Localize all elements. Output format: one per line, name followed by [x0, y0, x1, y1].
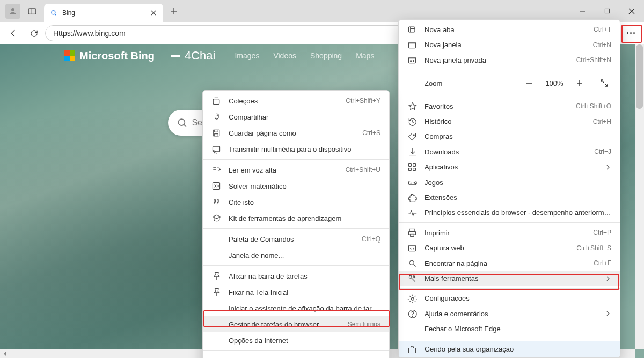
- menu-shortcut: Ctrl+Shift+Y: [346, 97, 380, 105]
- menu-item[interactable]: Opções da Internet: [203, 332, 389, 348]
- ext-icon: [407, 193, 417, 203]
- menu-item[interactable]: Gestor de tarefas do browserSem turnos: [203, 316, 389, 332]
- minimize-button[interactable]: [570, 0, 595, 22]
- menu-shortcut: Sem turnos: [348, 320, 380, 328]
- bing-search-box[interactable]: Se: [168, 110, 202, 136]
- menu-item[interactable]: Iniciar o assistente de afixação da barr…: [203, 300, 389, 316]
- menu-item[interactable]: Encontrar na páginaCtrl+F: [399, 256, 620, 271]
- svg-point-23: [413, 61, 414, 62]
- bing-logo[interactable]: Microsoft Bing: [64, 50, 155, 62]
- new-tab-button[interactable]: [166, 4, 181, 19]
- menu-item[interactable]: DownloadsCtrl+J: [399, 144, 620, 159]
- zoom-out-button[interactable]: [522, 76, 536, 90]
- menu-item[interactable]: HistóricoCtrl+H: [399, 114, 620, 129]
- menu-label: Extensões: [425, 193, 611, 202]
- menu-item[interactable]: Princípios essenciais do browser - desem…: [399, 205, 620, 220]
- settings-and-more-button[interactable]: [621, 25, 640, 41]
- tab-close-icon[interactable]: [149, 9, 158, 17]
- menu-label: Transmitir multimédia para o dispositivo: [229, 145, 380, 153]
- newtab-icon: [407, 25, 417, 34]
- menu-label: Opções da Internet: [229, 337, 380, 345]
- save-icon: [211, 128, 221, 138]
- menu-item[interactable]: Paleta de ComandosCtrl+Q: [203, 231, 389, 247]
- menu-item[interactable]: Captura webCtrl+Shift+S: [399, 241, 620, 256]
- svg-rect-49: [213, 99, 219, 105]
- scrollbar-thumb[interactable]: [636, 44, 643, 109]
- menu-label: Princípios essenciais do browser - desem…: [425, 208, 611, 217]
- menu-item[interactable]: Extensões: [399, 190, 620, 205]
- svg-rect-31: [408, 168, 411, 170]
- bing-nav-link[interactable]: Images: [235, 51, 259, 60]
- menu-item[interactable]: Mais ferramentas: [399, 271, 620, 286]
- menu-shortcut: Ctrl+Shift+O: [576, 102, 611, 110]
- menu-label: Nova aba: [425, 26, 586, 34]
- learning-icon: [211, 213, 221, 223]
- menu-item[interactable]: Jogos: [399, 175, 620, 190]
- menu-item[interactable]: Kit de ferramentas de aprendizagem: [203, 210, 389, 226]
- menu-item[interactable]: Compartilhar: [203, 109, 389, 125]
- menu-label: Nova janela privada: [425, 56, 569, 64]
- scroll-left-icon[interactable]: [0, 349, 9, 358]
- menu-item[interactable]: Configurações: [399, 291, 620, 306]
- vertical-scrollbar[interactable]: [635, 44, 644, 349]
- svg-rect-10: [605, 9, 609, 13]
- svg-rect-1: [28, 8, 36, 14]
- profile-icon[interactable]: [5, 4, 20, 19]
- bing-nav-link[interactable]: Videos: [273, 51, 296, 60]
- fullscreen-button[interactable]: [597, 76, 611, 90]
- menu-item[interactable]: Janela de nome...: [203, 247, 389, 263]
- share-icon: [211, 112, 221, 122]
- download-icon: [407, 147, 417, 156]
- refresh-button[interactable]: [25, 25, 43, 41]
- zoom-in-button[interactable]: [573, 76, 587, 90]
- bing-nav-link[interactable]: Maps: [356, 51, 374, 60]
- menu-label: Aplicativos: [425, 163, 597, 171]
- menu-separator: [399, 96, 620, 96]
- managed-by-org[interactable]: Gerido pela sua organização: [399, 341, 620, 357]
- menu-item[interactable]: Ajuda e comentários: [399, 306, 620, 321]
- menu-item[interactable]: Nova janela privadaCtrl+Shift+N: [399, 53, 620, 68]
- bing-nav-link[interactable]: Shopping: [310, 51, 342, 60]
- menu-item[interactable]: Cite isto: [203, 194, 389, 210]
- menu-item[interactable]: Transmitir multimédia para o dispositivo: [203, 141, 389, 157]
- tab[interactable]: Bing: [44, 4, 163, 22]
- menu-item[interactable]: Solver matemático: [203, 178, 389, 194]
- menu-item[interactable]: Afixar na barra de tarefas: [203, 268, 389, 284]
- menu-item[interactable]: Aplicativos: [399, 160, 620, 175]
- pulse-icon: [407, 208, 417, 218]
- svg-rect-15: [408, 27, 414, 32]
- menu-item[interactable]: Nova janelaCtrl+N: [399, 37, 620, 52]
- menu-item[interactable]: Ler em voz altaCtrl+Shift+U: [203, 162, 389, 178]
- menu-label: Downloads: [425, 148, 587, 156]
- settings-menu: Nova abaCtrl+TNova janelaCtrl+NNova jane…: [398, 19, 620, 358]
- menu-separator: [203, 265, 389, 266]
- menu-shortcut: Ctrl+J: [594, 148, 611, 155]
- menu-shortcut: Ctrl+F: [594, 259, 611, 267]
- svg-point-3: [52, 11, 55, 14]
- zoom-label: Zoom: [407, 79, 515, 87]
- maximize-button[interactable]: [595, 0, 619, 22]
- menu-shortcut: Ctrl+N: [593, 41, 611, 49]
- browser-window: Bing Https://www.bing.com Microsof: [0, 0, 644, 358]
- back-button[interactable]: [4, 25, 23, 41]
- menu-item[interactable]: Nova abaCtrl+T: [399, 22, 620, 37]
- menu-label: Imprimir: [425, 229, 586, 237]
- svg-rect-20: [408, 57, 415, 63]
- microsoft-logo-icon: [64, 50, 75, 61]
- gear-icon: [407, 294, 417, 303]
- menu-item[interactable]: ColeçõesCtrl+Shift+Y: [203, 93, 389, 109]
- menu-item[interactable]: Compras: [399, 129, 620, 144]
- svg-point-36: [414, 182, 414, 183]
- menu-item[interactable]: Guardar página comoCtrl+S: [203, 125, 389, 141]
- tabspaces-icon[interactable]: [25, 4, 40, 19]
- close-button[interactable]: [619, 0, 644, 22]
- menu-item[interactable]: FavoritosCtrl+Shift+O: [399, 99, 620, 114]
- svg-rect-48: [408, 348, 415, 353]
- menu-label: Compartilhar: [229, 113, 380, 121]
- menu-item[interactable]: Ferramentas de desenvolvedorCtrl+Shift+I: [203, 353, 389, 358]
- menu-item[interactable]: ImprimirCtrl+P: [399, 225, 620, 240]
- menu-item[interactable]: Fixar na Tela Inicial: [203, 284, 389, 300]
- menu-shortcut: Ctrl+Shift+U: [346, 166, 380, 174]
- menu-item[interactable]: Fechar o Microsoft Edge: [399, 321, 620, 336]
- svg-rect-41: [408, 245, 415, 251]
